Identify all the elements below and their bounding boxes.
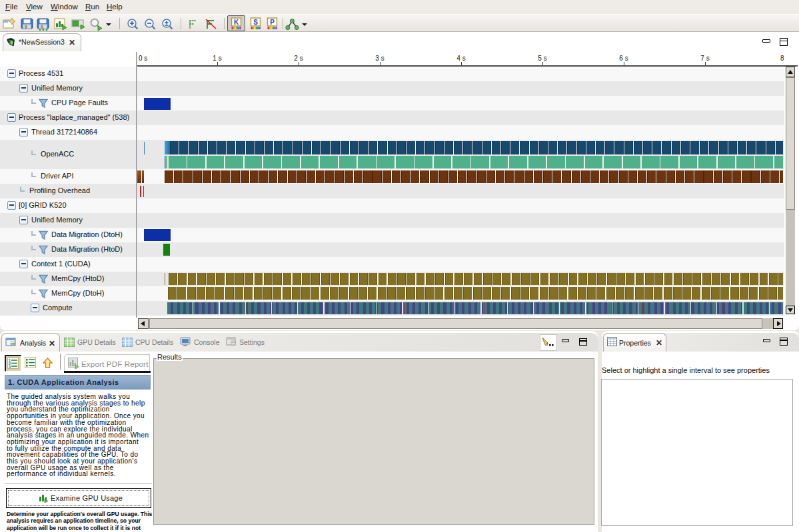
svg-text:P: P [270,19,275,26]
svg-text:S: S [253,19,258,26]
svg-text:K: K [234,19,239,26]
svg-text:3: 3 [9,365,11,369]
